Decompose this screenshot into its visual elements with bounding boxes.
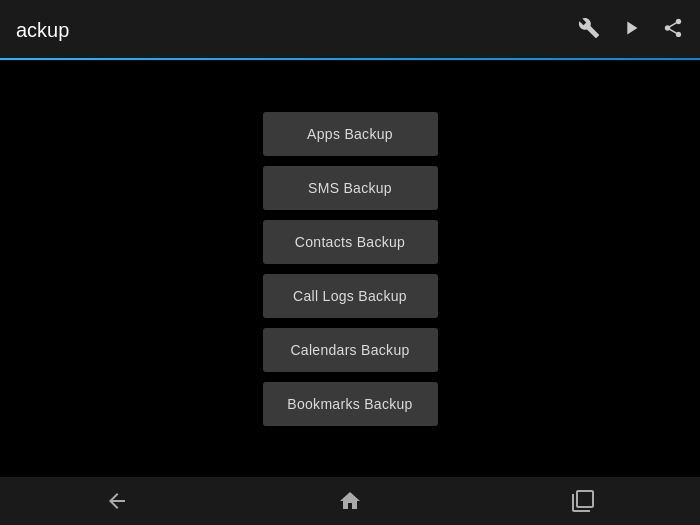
calendars-backup-button[interactable]: Calendars Backup: [263, 328, 438, 372]
wrench-icon[interactable]: [578, 17, 600, 44]
sms-backup-button[interactable]: SMS Backup: [263, 166, 438, 210]
bookmarks-backup-button[interactable]: Bookmarks Backup: [263, 382, 438, 426]
apps-backup-button[interactable]: Apps Backup: [263, 112, 438, 156]
contacts-backup-button[interactable]: Contacts Backup: [263, 220, 438, 264]
play-icon[interactable]: [620, 17, 642, 44]
share-icon[interactable]: [662, 17, 684, 44]
topbar: ackup: [0, 0, 700, 60]
back-button[interactable]: [105, 489, 129, 513]
page-title: ackup: [16, 19, 69, 42]
main-content: Apps BackupSMS BackupContacts BackupCall…: [0, 60, 700, 477]
home-button[interactable]: [338, 489, 362, 513]
topbar-icons: [578, 17, 684, 44]
recents-button[interactable]: [571, 489, 595, 513]
bottom-navbar: [0, 477, 700, 525]
call-logs-backup-button[interactable]: Call Logs Backup: [263, 274, 438, 318]
